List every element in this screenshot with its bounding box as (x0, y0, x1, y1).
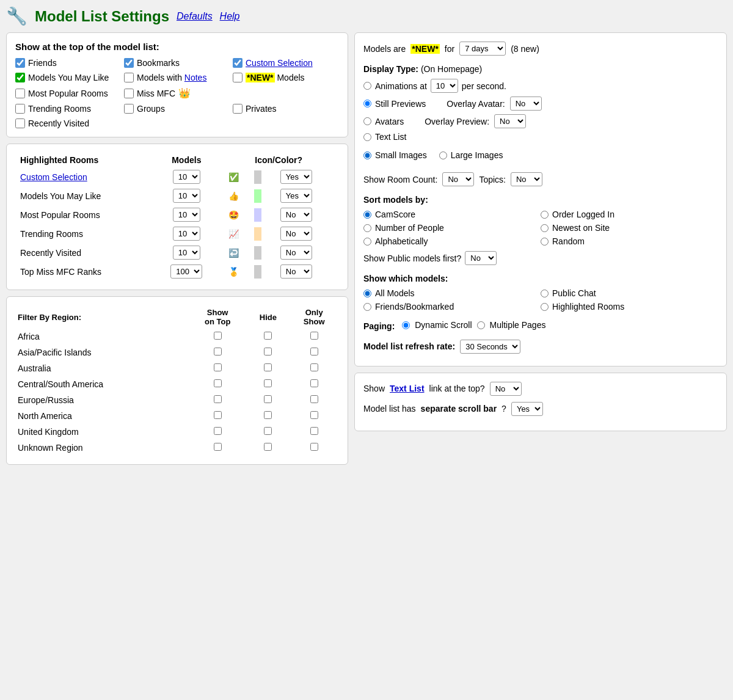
trending-icon-color-select[interactable]: NoYes (280, 227, 312, 241)
privates-checkbox[interactable] (233, 104, 243, 114)
models-notes-checkbox[interactable] (124, 73, 134, 82)
miss-mfc-checkbox[interactable] (124, 89, 134, 98)
only-show-header: OnlyShow (289, 305, 339, 329)
sort-alpha-radio[interactable] (363, 238, 371, 246)
sort-newest-radio[interactable] (541, 224, 549, 232)
refresh-rate-select[interactable]: 30 Seconds 15 Seconds 1 Minute 5 Minutes (460, 340, 520, 354)
sort-camscore-radio[interactable] (363, 211, 371, 219)
new-days-select[interactable]: 7 days 3 days 14 days 30 days (459, 42, 506, 56)
sort-num-people-radio[interactable] (363, 224, 371, 232)
miss-mfc-icon-color-select[interactable]: NoYes (280, 264, 312, 279)
dt-animations-radio[interactable] (363, 82, 371, 90)
dt-still-radio[interactable] (363, 100, 371, 108)
hide-checkbox[interactable] (264, 395, 272, 403)
dt-animations-row: Animations at 1051520 per second. (363, 79, 718, 93)
hide-checkbox[interactable] (264, 443, 272, 451)
recently-visited-checkbox[interactable] (15, 118, 25, 128)
hide-checkbox[interactable] (264, 332, 272, 340)
anim-per-second-select[interactable]: 1051520 (431, 79, 458, 93)
overlay-preview-select[interactable]: NoYes (494, 114, 526, 128)
show-on-top-checkbox[interactable] (214, 348, 222, 355)
dynamic-scroll-radio[interactable] (402, 321, 410, 329)
bottom-right-panel: Show Text List link at the top? NoYes Mo… (354, 373, 727, 431)
filter-region-panel: Filter By Region: Showon Top Hide OnlySh… (6, 296, 348, 465)
large-images-radio[interactable] (439, 151, 447, 159)
show-on-top-checkbox[interactable] (214, 395, 222, 403)
sort-random-radio[interactable] (541, 238, 549, 246)
text-list-show-select[interactable]: NoYes (490, 382, 522, 396)
miss-mfc-swatch (254, 265, 261, 279)
cb-miss-mfc-item: Miss MFC 👑 (124, 87, 230, 99)
sort-order-logged-radio[interactable] (541, 211, 549, 219)
text-list-link[interactable]: Text List (390, 384, 425, 393)
sort-random-row: Random (541, 236, 718, 246)
table-row: Europe/Russia (15, 392, 339, 408)
defaults-link[interactable]: Defaults (177, 11, 213, 21)
models-icon-color-select[interactable]: YesNo (280, 189, 312, 203)
hide-checkbox[interactable] (264, 427, 272, 435)
overlay-avatar-select[interactable]: NoYes (510, 97, 542, 111)
show-public-first-row: Show Public models first? NoYes (363, 251, 718, 265)
custom-selection-models-select[interactable]: 10 (173, 170, 200, 184)
show-public-first-select[interactable]: NoYes (465, 251, 497, 265)
only-show-checkbox[interactable] (310, 395, 318, 403)
most-popular-checkbox[interactable] (15, 89, 25, 98)
custom-icon-color-select[interactable]: YesNo (280, 170, 312, 184)
trending-checkbox[interactable] (15, 104, 25, 114)
new-models-checkbox[interactable] (233, 73, 243, 82)
models-notes-label: Models with Notes (137, 73, 206, 82)
table-row: Trending Rooms 10 📈 NoYes (15, 224, 339, 243)
custom-selection-row-link[interactable]: Custom Selection (20, 172, 87, 182)
friends-checkbox[interactable] (15, 58, 25, 68)
miss-mfc-models-select[interactable]: 100 (170, 264, 202, 279)
custom-selection-checkbox[interactable] (233, 58, 243, 68)
hide-checkbox[interactable] (264, 363, 272, 371)
scroll-bar-select[interactable]: YesNo (511, 402, 543, 416)
show-count-select[interactable]: NoYes (442, 172, 474, 186)
only-show-checkbox[interactable] (310, 379, 318, 387)
table-row: Central/South America (15, 376, 339, 392)
models-may-like-checkbox[interactable] (15, 73, 25, 82)
friends-bookmarked-label: Friends/Bookmarked (375, 302, 454, 312)
topics-select[interactable]: NoYes (511, 172, 542, 186)
friends-bookmarked-radio[interactable] (363, 303, 371, 311)
show-on-top-checkbox[interactable] (214, 411, 222, 419)
hide-checkbox[interactable] (264, 348, 272, 355)
dt-text-radio[interactable] (363, 133, 371, 141)
most-popular-models-select[interactable]: 10 (173, 208, 200, 222)
only-show-checkbox[interactable] (310, 427, 318, 435)
all-models-radio[interactable] (363, 290, 371, 297)
only-show-checkbox[interactable] (310, 332, 318, 340)
only-show-checkbox[interactable] (310, 348, 318, 355)
groups-checkbox[interactable] (124, 104, 134, 114)
only-show-checkbox[interactable] (310, 443, 318, 451)
recently-visited-label: Recently Visited (28, 118, 89, 128)
bookmarks-checkbox[interactable] (124, 58, 134, 68)
show-on-top-checkbox[interactable] (214, 332, 222, 340)
image-size-row: Small Images Large Images (363, 150, 718, 164)
small-images-radio[interactable] (363, 151, 371, 159)
show-models-title: Show which models: (363, 274, 718, 283)
only-show-checkbox[interactable] (310, 363, 318, 371)
recently-icon-color-select[interactable]: NoYes (280, 246, 312, 260)
recently-visited-models-select[interactable]: 10 (173, 246, 200, 260)
popular-icon-color-select[interactable]: NoYes (280, 208, 312, 222)
trending-models-select[interactable]: 10 (173, 227, 200, 241)
topics-label: Topics: (479, 175, 506, 184)
models-may-like-models-select[interactable]: 10 (173, 189, 200, 203)
multiple-pages-radio[interactable] (477, 321, 485, 329)
hide-checkbox[interactable] (264, 411, 272, 419)
public-chat-radio[interactable] (541, 290, 549, 297)
show-on-top-checkbox[interactable] (214, 443, 222, 451)
show-on-top-checkbox[interactable] (214, 427, 222, 435)
show-on-top-checkbox[interactable] (214, 379, 222, 387)
custom-selection-link[interactable]: Custom Selection (246, 58, 313, 68)
new-badge: *NEW* (246, 73, 275, 82)
notes-link[interactable]: Notes (184, 73, 207, 82)
hide-checkbox[interactable] (264, 379, 272, 387)
only-show-checkbox[interactable] (310, 411, 318, 419)
dt-avatars-radio[interactable] (363, 117, 371, 125)
highlighted-rooms-radio[interactable] (541, 303, 549, 311)
help-link[interactable]: Help (220, 11, 240, 21)
show-on-top-checkbox[interactable] (214, 363, 222, 371)
